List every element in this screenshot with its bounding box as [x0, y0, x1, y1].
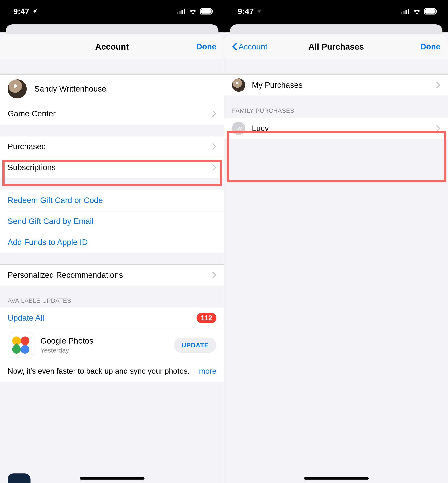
- home-indicator[interactable]: [80, 477, 144, 480]
- nav-title: Account: [57, 42, 167, 51]
- svg-rect-10: [408, 9, 409, 14]
- game-center-label: Game Center: [8, 109, 212, 118]
- more-button[interactable]: more: [193, 366, 216, 376]
- wifi-icon: [189, 8, 197, 15]
- family-member-row[interactable]: LW Lucy: [224, 118, 448, 139]
- update-button[interactable]: UPDATE: [174, 338, 216, 353]
- done-button[interactable]: Done: [167, 42, 216, 51]
- avatar: [8, 79, 27, 98]
- update-body-text: Now, it's even faster to back up and syn…: [8, 367, 190, 375]
- chevron-right-icon: [212, 271, 216, 279]
- chevron-right-icon: [212, 143, 216, 150]
- redeem-row[interactable]: Redeem Gift Card or Code: [0, 190, 224, 211]
- add-funds-label: Add Funds to Apple ID: [8, 238, 216, 247]
- send-gift-row[interactable]: Send Gift Card by Email: [0, 211, 224, 232]
- add-funds-row[interactable]: Add Funds to Apple ID: [0, 232, 224, 253]
- svg-rect-0: [177, 12, 178, 14]
- svg-rect-5: [201, 9, 211, 14]
- next-app-icon-peek: [8, 474, 31, 483]
- status-bar: 9:47: [0, 0, 224, 27]
- update-app-row[interactable]: Google Photos Yesterday UPDATE: [0, 328, 224, 362]
- my-purchases-row[interactable]: My Purchases: [224, 74, 448, 96]
- done-button[interactable]: Done: [391, 42, 440, 51]
- chevron-right-icon: [436, 81, 440, 89]
- chevron-left-icon: [232, 42, 238, 51]
- cellular-icon: [401, 8, 410, 14]
- personalized-row[interactable]: Personalized Recommendations: [0, 265, 224, 286]
- battery-icon: [424, 8, 438, 15]
- update-app-date: Yesterday: [40, 347, 174, 354]
- back-label: Account: [239, 42, 267, 51]
- svg-rect-8: [403, 11, 405, 14]
- updates-header: AVAILABLE UPDATES: [0, 297, 224, 308]
- svg-rect-2: [182, 10, 183, 14]
- send-gift-label: Send Gift Card by Email: [8, 217, 216, 226]
- status-time: 9:47: [238, 7, 254, 16]
- phone-all-purchases: 9:47 Account All Purchases Done My Purch…: [224, 0, 448, 483]
- purchased-label: Purchased: [8, 142, 212, 151]
- svg-rect-9: [406, 10, 407, 14]
- svg-rect-12: [425, 9, 435, 14]
- avatar: [232, 78, 245, 92]
- update-release-notes: Now, it's even faster to back up and syn…: [0, 362, 224, 382]
- sheet-backdrop: [0, 27, 224, 33]
- home-indicator[interactable]: [304, 477, 369, 480]
- phone-account: 9:47 Account Done Sandy Writtenhouse Gam…: [0, 0, 224, 483]
- svg-rect-6: [212, 10, 213, 13]
- chevron-right-icon: [212, 110, 216, 117]
- avatar-initials: LW: [232, 122, 245, 135]
- back-button[interactable]: Account: [232, 42, 281, 51]
- nav-title: All Purchases: [281, 42, 391, 51]
- update-app-name: Google Photos: [40, 336, 174, 345]
- cellular-icon: [177, 8, 186, 14]
- svg-rect-3: [184, 9, 185, 14]
- update-all-button[interactable]: Update All: [8, 313, 197, 323]
- family-purchases-header: FAMILY PURCHASES: [224, 107, 448, 118]
- profile-name: Sandy Writtenhouse: [34, 84, 216, 93]
- nav-bar: Account Done: [0, 34, 224, 59]
- sheet-backdrop: [224, 27, 448, 33]
- chevron-right-icon: [436, 124, 440, 132]
- purchased-row[interactable]: Purchased: [0, 136, 224, 157]
- my-purchases-label: My Purchases: [252, 81, 436, 90]
- subscriptions-row[interactable]: Subscriptions: [0, 157, 224, 178]
- status-bar: 9:47: [224, 0, 448, 27]
- subscriptions-label: Subscriptions: [8, 163, 212, 172]
- svg-rect-1: [179, 11, 181, 14]
- family-member-name: Lucy: [252, 124, 436, 133]
- status-time: 9:47: [13, 7, 29, 16]
- pinwheel-icon: [12, 336, 29, 354]
- profile-row[interactable]: Sandy Writtenhouse: [0, 74, 224, 103]
- location-icon: [32, 8, 37, 14]
- nav-bar: Account All Purchases Done: [224, 34, 448, 59]
- svg-rect-7: [401, 12, 402, 14]
- personalized-label: Personalized Recommendations: [8, 270, 212, 280]
- svg-rect-13: [436, 10, 437, 13]
- purchases-content: My Purchases FAMILY PURCHASES LW Lucy: [224, 59, 448, 483]
- account-content: Sandy Writtenhouse Game Center Purchased…: [0, 59, 224, 483]
- chevron-right-icon: [212, 164, 216, 171]
- redeem-label: Redeem Gift Card or Code: [8, 196, 216, 205]
- game-center-row[interactable]: Game Center: [0, 103, 224, 124]
- app-icon-google-photos: [8, 332, 34, 358]
- location-icon: [256, 8, 262, 14]
- battery-icon: [200, 8, 214, 15]
- wifi-icon: [413, 8, 421, 15]
- updates-count-badge: 112: [197, 313, 216, 323]
